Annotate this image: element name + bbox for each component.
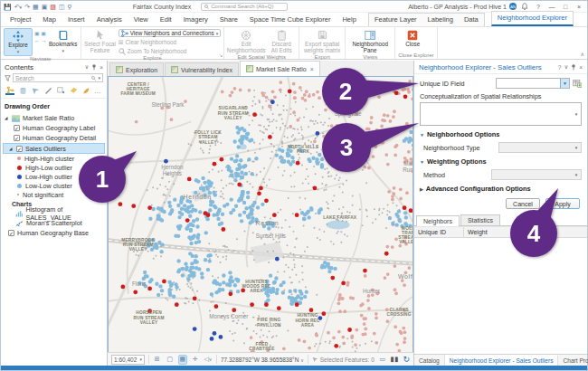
notifications-icon[interactable]: [519, 3, 530, 10]
chart-item-histogram[interactable]: Histogram of SALES_VALUE: [3, 208, 105, 218]
map-coordinates[interactable]: 77.3288792°W 38.9655838°N ∨: [221, 357, 304, 363]
tab-imagery[interactable]: Imagery: [178, 14, 213, 26]
explore-button[interactable]: Explore ▾: [4, 28, 33, 56]
contents-toolbar-more-icon[interactable]: …: [94, 87, 100, 95]
conceptualization-select[interactable]: ▾: [420, 102, 582, 126]
redo-icon[interactable]: ↷: [24, 4, 30, 10]
contents-close-icon[interactable]: ×: [100, 64, 103, 71]
pane-menu-icon[interactable]: ∨: [564, 63, 568, 71]
map-tab-exploration[interactable]: Exploration: [109, 62, 164, 76]
list-by-charts-icon[interactable]: [81, 86, 90, 95]
list-by-drawing-order-icon[interactable]: [5, 86, 14, 95]
tab-labeling[interactable]: Labeling: [422, 14, 459, 26]
toolbox-icon[interactable]: ▨: [50, 4, 56, 10]
weighting-options-header[interactable]: ▼ Weighting Options: [420, 157, 582, 166]
overview-frame-icon[interactable]: ▭: [378, 355, 387, 365]
list-by-labeling-icon[interactable]: [69, 86, 78, 95]
tab-space-time-cube-explorer[interactable]: Space Time Cube Explorer: [244, 14, 337, 26]
layer-checkbox[interactable]: ✓: [14, 135, 20, 141]
bottom-tab-chart-properties[interactable]: Chart Properties: [558, 355, 588, 366]
neighborhood-pane-button[interactable]: Neighborhood Pane: [348, 28, 392, 54]
layer-human-geography-label[interactable]: ✓ Human Geography Label: [3, 123, 105, 133]
add-feature-icon[interactable]: ⊞: [153, 355, 162, 365]
column-unique-id[interactable]: Unique ID: [414, 227, 464, 237]
layer-human-geography-detail[interactable]: ✓ Human Geography Detail: [3, 133, 105, 143]
bottom-tab-neighborhood-explorer-sales-outliers[interactable]: Neighborhood Explorer - Sales Outliers: [445, 355, 559, 366]
explore-group-dialog-launcher[interactable]: ↘: [219, 52, 223, 58]
layer-checkbox[interactable]: ✓: [14, 125, 20, 131]
contents-pin-icon[interactable]: [91, 64, 97, 71]
tab-edit[interactable]: Edit: [155, 14, 177, 26]
clear-neighborhood-button[interactable]: ⊠ Clear Neighborhood: [119, 38, 222, 46]
tab-data[interactable]: Data: [459, 14, 484, 26]
avatar[interactable]: AN: [509, 3, 517, 10]
neighborhood-options-header[interactable]: ▼ Neighborhood Options: [420, 130, 582, 138]
basemap-toggle-icon[interactable]: ▦: [178, 355, 187, 365]
locate-icon[interactable]: ⚲: [68, 4, 72, 10]
pane-help-icon[interactable]: ?: [558, 64, 562, 71]
tab-insert[interactable]: Insert: [62, 14, 90, 26]
map-tab-vulnerability-index[interactable]: Vulnerability Index: [165, 62, 239, 76]
view-neighbors-and-connections-button[interactable]: View Neighbors and Connections ▾: [119, 29, 222, 37]
layout-icon[interactable]: ◫: [59, 4, 65, 10]
tab-neighborhood-explorer[interactable]: Neighborhood Explorer: [491, 11, 574, 26]
tab-analysis[interactable]: Analysis: [91, 14, 128, 26]
select-rectangle-icon[interactable]: ▢: [166, 355, 175, 365]
pane-pin-icon[interactable]: [571, 64, 576, 71]
list-by-selection-icon[interactable]: [31, 86, 40, 95]
tab-view[interactable]: View: [128, 14, 154, 26]
list-by-editing-icon[interactable]: [43, 86, 52, 95]
tab-map[interactable]: Map: [37, 14, 62, 26]
export-spatial-weights-button[interactable]: Export spatial weights matrix: [302, 28, 342, 54]
tab-statistics[interactable]: Statistics: [460, 214, 500, 225]
layer-checkbox[interactable]: ✓: [16, 146, 23, 152]
pause-drawing-icon[interactable]: ▮▮: [391, 356, 400, 363]
expander-icon[interactable]: ◢: [5, 116, 9, 120]
apply-button[interactable]: Apply: [545, 198, 580, 209]
layer-sales-outliers[interactable]: ◢ ✓ Sales Outliers: [3, 143, 105, 154]
tab-project[interactable]: Project: [5, 14, 36, 26]
refresh-icon[interactable]: ↻: [403, 355, 410, 364]
map-canvas[interactable]: CENTER / HERITAGE FARM MUSEUMSterling Pa…: [108, 76, 413, 352]
unique-id-field-select[interactable]: ▼: [496, 78, 570, 89]
pane-close-icon[interactable]: ×: [579, 64, 583, 71]
expander-icon[interactable]: ◢: [9, 147, 14, 151]
snap-icon[interactable]: ✛: [191, 355, 200, 365]
map-scale-select[interactable]: 1:60,402 ▾: [111, 355, 145, 365]
signed-in-user[interactable]: Alberto - GP Analysis - Prod Hive 1: [408, 4, 507, 10]
previous-extent-icon[interactable]: ← →: [34, 38, 47, 43]
filter-icon[interactable]: [5, 75, 11, 81]
close-window-button[interactable]: ×: [574, 4, 584, 10]
fixed-zoom-in-icon[interactable]: ▣ ▣: [34, 30, 47, 36]
map-tab-market-sale-ratio[interactable]: Market Sale Ratio×: [240, 61, 320, 76]
tab-help[interactable]: Help: [337, 14, 361, 26]
tab-share[interactable]: Share: [214, 14, 243, 26]
add-data-icon[interactable]: ▣: [42, 4, 48, 10]
method-select[interactable]: ▾: [491, 169, 582, 180]
neighborhood-type-select[interactable]: ▾: [498, 142, 582, 153]
minimize-button[interactable]: —: [546, 4, 557, 10]
help-icon[interactable]: ?: [533, 4, 544, 10]
project-icon[interactable]: ▦: [33, 4, 39, 10]
contents-search-input[interactable]: Search ▾: [13, 73, 103, 82]
ribbon-collapse-icon[interactable]: ∧: [581, 51, 584, 57]
bottom-tab-catalog[interactable]: Catalog: [414, 355, 445, 366]
select-focal-feature-button[interactable]: Select Focal Feature: [84, 28, 117, 54]
layer-checkbox[interactable]: ✓: [8, 230, 14, 236]
cancel-button[interactable]: Cancel: [506, 198, 540, 209]
audio-icon[interactable]: ◁∨: [204, 355, 213, 365]
close-tab-icon[interactable]: ×: [310, 66, 314, 72]
map-node[interactable]: ◢ Market Sale Ratio: [3, 113, 105, 123]
contents-menu-icon[interactable]: ∨: [84, 63, 89, 71]
maximize-button[interactable]: □: [560, 4, 571, 10]
edit-neighborhoods-button[interactable]: Edit Neighborhoods: [227, 28, 265, 54]
list-by-snapping-icon[interactable]: [56, 86, 65, 95]
tab-neighbors[interactable]: Neighbors: [416, 215, 460, 226]
undo-icon[interactable]: ↶▾: [14, 4, 22, 10]
advanced-configuration-header[interactable]: ▶ Advanced Configuration Options: [420, 185, 582, 193]
save-icon[interactable]: 💾: [4, 4, 12, 10]
tab-feature-layer[interactable]: Feature Layer: [369, 14, 422, 26]
bookmarks-button[interactable]: Bookmarks ▾: [49, 28, 78, 54]
add-field-icon[interactable]: [573, 79, 582, 88]
close-explorer-button[interactable]: Close: [398, 28, 427, 49]
